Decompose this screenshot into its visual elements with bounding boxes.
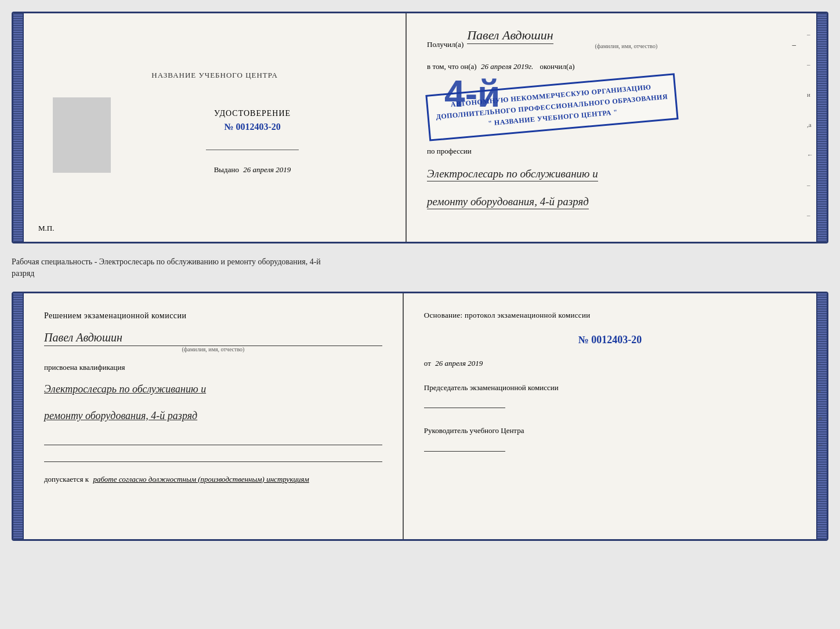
blank-lines: [44, 438, 382, 462]
qual-handwritten2: ремонту оборудования, 4-й разряд: [44, 410, 197, 421]
poluchil-line: Получил(a) Павел Авдюшин (фамилия, имя, …: [427, 28, 796, 49]
qual-handwritten1: Электрослесарь по обслуживанию и: [44, 383, 206, 395]
predsedatel-label: Председатель экзаменационной комиссии: [424, 382, 796, 394]
poluchil-prefix: Получил(a): [427, 40, 464, 49]
big-number-stamp: 4-й: [444, 75, 500, 112]
profession-handwritten2: ремонту оборудования, 4-й разряд: [427, 195, 589, 209]
edge2-dash2: –: [817, 332, 824, 339]
edge-mark-left: ←: [807, 151, 813, 158]
edge2-dash4: –: [817, 468, 824, 475]
doc-bottom-left-panel: Решением экзаменационной комиссии Павел …: [24, 293, 404, 539]
profession-handwritten1: Электрослесарь по обслуживанию и: [427, 168, 598, 181]
ot-line: от 26 апреля 2019: [424, 359, 796, 368]
edge-dash1: –: [807, 31, 813, 38]
edge2-dash5: –: [817, 496, 824, 503]
edge-mark-i: и: [807, 91, 813, 98]
edge-dash3: –: [807, 181, 813, 188]
vtom-line: в том, что он(а) 26 апреля 2019г. окончи…: [427, 62, 796, 71]
spine-left: [13, 13, 24, 242]
spine-bottom-left: [13, 293, 24, 539]
qual-line2: ремонту оборудования, 4-й разряд: [44, 406, 382, 426]
edge2-dash3: –: [817, 359, 824, 366]
page-container: НАЗВАНИЕ УЧЕБНОГО ЦЕНТРА УДОСТОВЕРЕНИЕ №…: [12, 12, 828, 541]
doc-top-right-panel: Получил(a) Павел Авдюшин (фамилия, имя, …: [407, 13, 816, 242]
top-left-title: НАЗВАНИЕ УЧЕБНОГО ЦЕНТРА: [151, 71, 277, 80]
vydano-line: Выдано 26 апреля 2019: [214, 165, 291, 174]
vtom-date: 26 апреля 2019г.: [481, 62, 533, 71]
document-top: НАЗВАНИЕ УЧЕБНОГО ЦЕНТРА УДОСТОВЕРЕНИЕ №…: [12, 12, 828, 243]
stamp-container: 4-й АВТОНОМНУЮ НЕКОММЕРЧЕСКУЮ ОРГАНИЗАЦИ…: [427, 84, 796, 130]
right-edge-marks: – – и ,а ← – – –: [807, 31, 813, 243]
resheniem-title: Решением экзаменационной комиссии: [44, 310, 382, 322]
prisvoena-label: присвоена квалификация: [44, 363, 382, 372]
rukovoditel-sig-line: [424, 451, 505, 452]
dopuskaetsya-prefix: допускается к: [44, 475, 89, 483]
photo-placeholder: [53, 97, 111, 173]
dopuskaetsya-line: допускается к работе согласно должностны…: [44, 475, 382, 484]
edge2-dash1: –: [817, 305, 824, 312]
recipient-name: Павел Авдюшин: [467, 28, 553, 44]
separator-text: Рабочая специальность - Электрослесарь п…: [12, 254, 828, 281]
okonchil: окончил(а): [540, 62, 574, 71]
osnovanie-title: Основание: протокол экзаменационной коми…: [424, 310, 796, 321]
spine-right: [816, 13, 827, 242]
edge2-dash6: –: [817, 523, 824, 530]
qual-line1: Электрослесарь по обслуживанию и: [44, 379, 382, 399]
separator-line2: разряд: [12, 268, 828, 279]
edge-mark-a: ,а: [807, 121, 813, 128]
ot-date: 26 апреля 2019: [435, 359, 483, 368]
po-professii-label: по профессии: [427, 147, 796, 156]
doc-top-left-panel: НАЗВАНИЕ УЧЕБНОГО ЦЕНТРА УДОСТОВЕРЕНИЕ №…: [24, 13, 407, 242]
bottom-name-subtitle: (фамилия, имя, отчество): [44, 346, 382, 352]
doc-bottom-right-panel: Основание: протокол экзаменационной коми…: [404, 293, 816, 539]
bottom-name-handwritten: Павел Авдюшин: [44, 331, 382, 346]
edge-dash5: –: [807, 242, 813, 243]
ot-prefix: от: [424, 359, 431, 368]
edge2-mark-left: ←: [817, 441, 824, 448]
predsedatel-sig-line: [424, 408, 505, 408]
profession-line1: Электрослесарь по обслуживанию и: [427, 164, 796, 184]
edge-dash4: –: [807, 212, 813, 219]
edge2-mark-a: ,а: [817, 414, 824, 421]
vydano-date: 26 апреля 2019: [243, 165, 291, 174]
bottom-doc-number: № 0012403-20: [424, 334, 796, 346]
dopuskaetsya-text: работе согласно должностным (производств…: [93, 475, 309, 483]
bottom-name-block: Павел Авдюшин (фамилия, имя, отчество): [44, 329, 382, 352]
blank-line-2: [44, 461, 382, 462]
udostoverenie-label: УДОСТОВЕРЕНИЕ: [214, 109, 291, 118]
dash-mark: –: [792, 40, 796, 49]
edge2-mark-i: и: [817, 387, 824, 394]
right-edge-marks2: – – – и ,а ← – – –: [817, 305, 824, 530]
mp-label: М.П.: [38, 224, 54, 233]
rukovoditel-block: Руководитель учебного Центра: [424, 425, 796, 452]
separator-line1: Рабочая специальность - Электрослесарь п…: [12, 256, 828, 268]
vtom-prefix: в том, что он(а): [427, 62, 477, 71]
profession-line2: ремонту оборудования, 4-й разряд: [427, 192, 796, 212]
predsedatel-block: Председатель экзаменационной комиссии: [424, 382, 796, 409]
vydano-prefix: Выдано: [214, 165, 239, 174]
rukovoditel-label: Руководитель учебного Центра: [424, 425, 796, 437]
doc-number: № 0012403-20: [224, 122, 280, 132]
document-bottom: Решением экзаменационной комиссии Павел …: [12, 292, 828, 541]
blank-line-1: [44, 445, 382, 445]
edge-dash2: –: [807, 61, 813, 68]
